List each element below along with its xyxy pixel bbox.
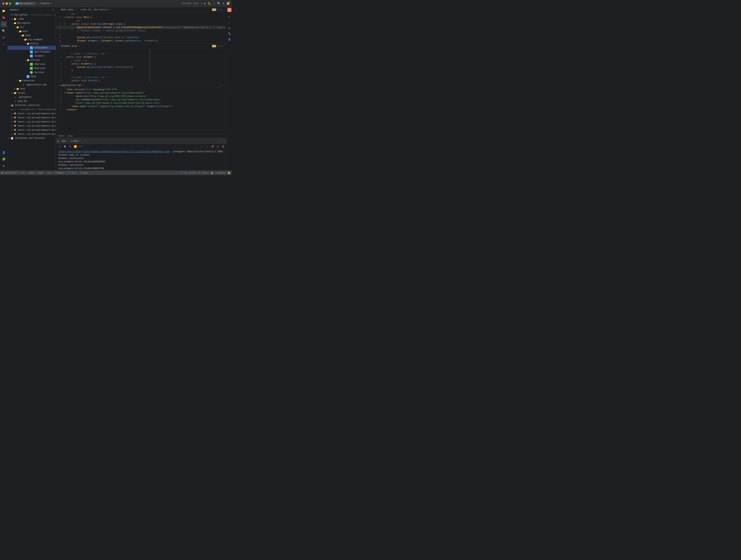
sidebar-item-java[interactable]: ▾ 📁 java	[7, 33, 56, 37]
collapse-pane-icon[interactable]: ∨	[220, 8, 221, 11]
sidebar-settings-icon[interactable]: ⚙	[52, 9, 54, 11]
terminal-minimize-icon[interactable]: —	[223, 140, 225, 143]
trash-icon[interactable]: 🗑	[221, 145, 225, 149]
close-button[interactable]	[2, 2, 4, 5]
pane-menu-icon[interactable]: ⋮	[223, 84, 225, 87]
notification-icon[interactable]: 🔔	[228, 172, 230, 174]
terminal-tab-close[interactable]: ×	[80, 140, 81, 142]
scroll-end-button[interactable]: ⏬	[73, 145, 77, 149]
sidebar-item-maven-aop[interactable]: ▶ 📦 Maven: org.springframework:spring-ao…	[7, 111, 56, 115]
search-icon[interactable]: 🔍	[1, 28, 7, 34]
sidebar-item-maven-core[interactable]: ▶ 📦 Maven: org.springframework:spring-co…	[7, 124, 56, 128]
sidebar-item-pom-xml[interactable]: m pom.xml	[7, 99, 56, 103]
more-terminal-options[interactable]: •••	[78, 145, 83, 149]
code-editor-xml[interactable]: 1 <?xml version="1.0" encoding="UTF-8"?>…	[56, 88, 226, 134]
sidebar-item-entity[interactable]: ▾ 📁 entity	[7, 42, 56, 46]
restart-button[interactable]: ↺	[58, 145, 62, 149]
sidebar-item-springtest-root[interactable]: ▾ ST SpringTest ~/Desktop/CS/JavaEE/2.Ja…	[7, 13, 56, 17]
tab-close-icon[interactable]: ×	[79, 45, 80, 47]
sidebar-item-aservice[interactable]: I AService	[7, 62, 56, 66]
collapse-pane-icon[interactable]: ∨	[220, 45, 221, 47]
sidebar-item-test[interactable]: ▶ 📁 test	[7, 87, 56, 91]
project-view-icon[interactable]: 📁	[1, 8, 7, 14]
sidebar-item-src[interactable]: ▾ 📁 src	[7, 25, 56, 29]
pane-tab-main-java[interactable]: ☕ Main.java ×	[58, 7, 78, 12]
project-title-button[interactable]: ST SpringTest ▾	[14, 2, 37, 5]
sidebar-item-maven-beans[interactable]: ▶ 📦 Maven: org.springframework:spring-be…	[7, 115, 56, 120]
expand-pane-icon[interactable]: ∧	[218, 45, 219, 47]
code-editor-student[interactable]: 1 8 usages 2 inheritors new * 3	[56, 49, 226, 83]
terminal-settings-icon[interactable]: ⚙	[216, 145, 220, 149]
sidebar-item-scratches[interactable]: ▶ 📝 Scratches and Consoles	[7, 136, 56, 140]
pane-menu-icon[interactable]: ⋮	[223, 8, 225, 11]
more-actions-button[interactable]: ⋯	[213, 2, 215, 5]
pane-tab-pom-xml[interactable]: m pom.xml (SpringTest) ×	[79, 7, 114, 12]
sidebar-item-corretto[interactable]: ▶ ☕ < corretto-17 > /Users/eve/Library/J…	[7, 107, 56, 111]
expand-pane-icon[interactable]: ∧	[218, 8, 219, 11]
terminal-tab-main[interactable]: ⬛ Main ×	[69, 138, 82, 144]
terminal-more-icon[interactable]: ⋮	[220, 140, 222, 143]
sidebar-item-target[interactable]: ▶ 📁 target	[7, 91, 56, 95]
sidebar-item-main[interactable]: ▾ 📁 main	[7, 29, 56, 33]
plugins-icon[interactable]: 🧩	[1, 156, 7, 162]
right-panel-icon3[interactable]: ⊞	[227, 26, 231, 30]
git-status-icon: ●	[181, 172, 182, 174]
pane-tab-student-java[interactable]: ☕ Student.java ×	[58, 44, 82, 49]
sidebar-item-idea[interactable]: ▶ 📁 .idea	[7, 17, 56, 21]
sidebar-item-service-class[interactable]: @ Service	[7, 70, 56, 75]
sidebar-item-maven-expression[interactable]: ▶ 📦 Maven: org.springframework:spring-ex…	[7, 128, 56, 132]
code-editor-main[interactable]: new * 11 ▶ public class Main {	[56, 12, 226, 43]
right-panel-icon4[interactable]: 🔧	[227, 32, 231, 36]
sidebar-item-application-xml[interactable]: ⊙ application.xml	[7, 83, 56, 87]
sidebar-item-maven-context[interactable]: ▶ 📦 Maven: org.springframework:spring-co…	[7, 120, 56, 124]
bookmarks-icon[interactable]: 🔖	[1, 15, 7, 20]
right-panel-icon2[interactable]: —	[227, 20, 231, 25]
pause-button[interactable]: ⏸	[68, 145, 72, 149]
vcs-icon[interactable]: ⑆	[1, 35, 7, 41]
sidebar-item-sportstudent[interactable]: C SportStudent	[7, 50, 56, 54]
run-button[interactable]: ▶	[204, 2, 206, 5]
tab-close-icon[interactable]: ×	[111, 9, 112, 11]
down-icon[interactable]: ↓	[205, 145, 209, 149]
tab-close-icon[interactable]: ×	[83, 84, 84, 86]
code-scroll-main[interactable]: new * 11 ▶ public class Main {	[56, 12, 225, 43]
code-scroll-student[interactable]: 1 8 usages 2 inheritors new * 3	[56, 49, 149, 83]
sidebar-item-bservice[interactable]: I BService	[7, 66, 56, 70]
branch-indicator[interactable]: ⎇ master ▾	[39, 2, 52, 5]
debug-button[interactable]: 🐛	[208, 2, 211, 5]
user-icon[interactable]: 👤	[1, 150, 7, 156]
notifications-button[interactable]: 🔔	[226, 2, 229, 5]
more-tools-icon[interactable]: ⋯	[1, 42, 7, 48]
right-panel-icon5[interactable]: 👤	[227, 37, 231, 42]
stop-button[interactable]: ⏹	[63, 145, 67, 149]
sidebar-item-springtest[interactable]: ▾ 📁 SpringTest	[7, 21, 56, 25]
run-gutter-icon[interactable]: ▶	[64, 22, 65, 26]
sidebar-item-maven-jcl[interactable]: ▶ 📦 Maven: org.springframework:spring-jc…	[7, 132, 56, 136]
sidebar-tree[interactable]: ▾ ST SpringTest ~/Desktop/CS/JavaEE/2.Ja…	[7, 12, 56, 170]
pin-icon[interactable]: 📌	[210, 145, 215, 149]
search-everywhere-button[interactable]: 🔍	[217, 2, 220, 5]
run-gutter-icon[interactable]: ▶	[64, 16, 65, 19]
pane-menu-icon[interactable]: ⋮	[223, 45, 225, 47]
up-icon[interactable]: ↑	[200, 145, 204, 149]
sidebar-item-service[interactable]: ▾ 📁 service	[7, 58, 56, 62]
settings-button[interactable]: ⚙	[223, 2, 224, 5]
java-path-link[interactable]: /Users/eve/Library/Java/JavaVirtualMachi…	[58, 150, 170, 153]
sidebar-item-main-class[interactable]: C Main	[7, 75, 56, 79]
maximize-button[interactable]	[9, 2, 11, 5]
minimize-button[interactable]	[6, 2, 8, 5]
pane-tab-application-xml[interactable]: ⊙ application.xml ×	[58, 83, 86, 88]
sidebar-item-ext-libs[interactable]: ▾ 📚 External Libraries	[7, 103, 56, 107]
terminal-tab-run[interactable]: Run	[61, 138, 68, 144]
scrollbar-v[interactable]	[225, 12, 226, 43]
right-panel-icon1[interactable]: ≡	[227, 15, 231, 19]
sidebar-item-artstudent[interactable]: C ArtStudent	[7, 46, 56, 50]
sidebar-item-gitignore[interactable]: ◎ .gitignore	[7, 95, 56, 99]
tab-close-icon[interactable]: ×	[75, 9, 76, 11]
sidebar-item-resources[interactable]: ▾ 📁 resources	[7, 79, 56, 83]
sidebar-item-org-example[interactable]: ▾ 📁 org.example	[7, 37, 56, 42]
structure-icon[interactable]: 🗂	[1, 21, 7, 27]
sidebar-item-student[interactable]: C Student	[7, 54, 56, 58]
scrollbar-v2[interactable]	[225, 49, 226, 83]
terminal-icon[interactable]: ⊞	[1, 163, 7, 169]
